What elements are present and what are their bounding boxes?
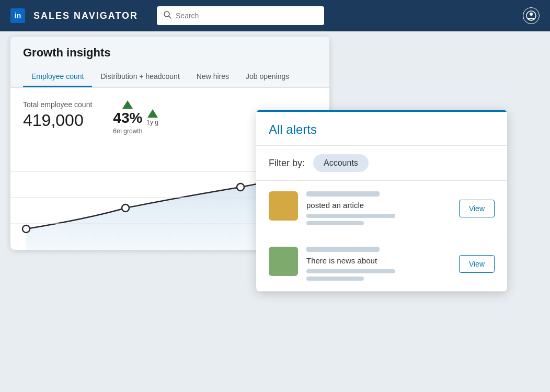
- alert-content: There is news about: [306, 247, 451, 281]
- tab-distribution-headcount[interactable]: Distribution + headcount: [92, 67, 188, 87]
- tab-employee-count[interactable]: Employee count: [23, 67, 92, 87]
- alert-content: posted an article: [306, 191, 451, 225]
- alerts-body: posted an article View There is news abo…: [256, 181, 507, 292]
- tab-new-hires[interactable]: New hires: [188, 67, 237, 87]
- growth-title: Growth insights: [23, 46, 317, 60]
- total-employee-count: Total employee count 419,000: [23, 100, 92, 130]
- alert-sub-line-2: [306, 276, 364, 281]
- alert-text: There is news about: [306, 256, 451, 265]
- growth-6m: 43% 6m growth: [113, 100, 142, 135]
- linkedin-logo: in: [10, 8, 25, 23]
- search-bar[interactable]: [157, 6, 324, 25]
- svg-point-5: [122, 204, 129, 212]
- growth-card-header: Growth insights Employee count Distribut…: [10, 37, 329, 88]
- growth-1y: 1y g: [146, 109, 158, 126]
- alert-sub-line-2: [306, 221, 364, 225]
- alert-item: posted an article View: [256, 181, 507, 236]
- stat-value: 419,000: [23, 111, 92, 130]
- alert-avatar-green: [269, 247, 298, 276]
- stat-label: Total employee count: [23, 100, 92, 109]
- growth-1y-label: 1y g: [146, 119, 158, 126]
- alert-avatar-gold: [269, 191, 298, 221]
- search-input[interactable]: [176, 11, 318, 20]
- svg-point-6: [237, 183, 244, 191]
- avatar[interactable]: [523, 7, 540, 24]
- alerts-header: All alerts: [256, 110, 507, 146]
- filter-row: Filter by: Accounts: [256, 146, 507, 181]
- view-button-2[interactable]: View: [459, 255, 495, 273]
- tabs: Employee count Distribution + headcount …: [23, 67, 317, 87]
- app-title: SALES NAVIGATOR: [33, 10, 138, 21]
- top-navigation: in SALES NAVIGATOR: [0, 0, 550, 31]
- alert-name-placeholder: [306, 247, 380, 252]
- alert-name-placeholder: [306, 191, 380, 197]
- filter-label: Filter by:: [269, 158, 305, 169]
- accounts-filter-chip[interactable]: Accounts: [313, 154, 369, 172]
- alerts-card: All alerts Filter by: Accounts posted an…: [256, 110, 507, 292]
- alert-sub-line-1: [306, 214, 395, 218]
- stat-growth-row: 43% 6m growth 1y g: [113, 100, 158, 135]
- svg-point-3: [530, 13, 533, 16]
- svg-line-1: [169, 16, 171, 18]
- arrow-up-icon: [122, 100, 133, 109]
- search-icon: [163, 10, 171, 21]
- tab-job-openings[interactable]: Job openings: [237, 67, 297, 87]
- alert-sub-line-1: [306, 269, 395, 273]
- svg-point-4: [22, 225, 30, 233]
- alert-item: There is news about View: [256, 236, 507, 292]
- arrow-up-icon-1y: [147, 109, 158, 118]
- growth-6m-pct: 43%: [113, 110, 142, 126]
- growth-6m-label: 6m growth: [113, 128, 142, 135]
- view-button-1[interactable]: View: [459, 200, 495, 217]
- alert-text: posted an article: [306, 201, 451, 210]
- alerts-title: All alerts: [269, 122, 495, 137]
